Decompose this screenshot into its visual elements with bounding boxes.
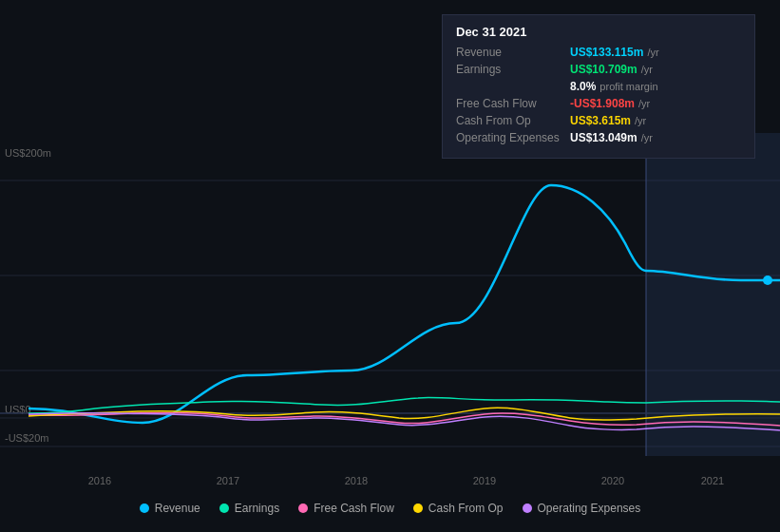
legend-dot-fcf <box>298 504 308 513</box>
tooltip-unit-earnings: /yr <box>641 64 653 75</box>
chart-legend: Revenue Earnings Free Cash Flow Cash Fro… <box>0 502 780 515</box>
tooltip-value-opex: US$13.049m <box>570 131 637 144</box>
chart-svg: 2016 2017 2018 2019 2020 2021 <box>0 133 780 513</box>
tooltip-row-margin: 8.0% profit margin <box>456 80 741 93</box>
tooltip-row-revenue: Revenue US$133.115m /yr <box>456 46 741 59</box>
tooltip-value-fcf: -US$1.908m <box>570 97 635 110</box>
legend-fcf: Free Cash Flow <box>298 502 394 515</box>
legend-label-cfo: Cash From Op <box>428 502 504 515</box>
tooltip-label-cfo: Cash From Op <box>456 114 570 127</box>
tooltip-unit-fcf: /yr <box>638 98 650 109</box>
tooltip-row-opex: Operating Expenses US$13.049m /yr <box>456 131 741 144</box>
legend-dot-cfo <box>413 504 423 513</box>
legend-dot-opex <box>523 504 532 513</box>
tooltip-title: Dec 31 2021 <box>456 25 741 39</box>
legend-cfo: Cash From Op <box>413 502 504 515</box>
legend-opex: Operating Expenses <box>523 502 641 515</box>
tooltip-row-earnings: Earnings US$10.709m /yr <box>456 63 741 76</box>
tooltip-value-earnings: US$10.709m <box>570 63 637 76</box>
tooltip-label-opex: Operating Expenses <box>456 131 570 144</box>
tooltip-label-earnings: Earnings <box>456 63 570 76</box>
legend-label-revenue: Revenue <box>155 502 200 515</box>
svg-rect-6 <box>646 133 780 456</box>
svg-point-9 <box>763 276 772 285</box>
svg-text:2021: 2021 <box>701 475 724 486</box>
tooltip-row-fcf: Free Cash Flow -US$1.908m /yr <box>456 97 741 110</box>
legend-dot-revenue <box>140 504 149 513</box>
tooltip-box: Dec 31 2021 Revenue US$133.115m /yr Earn… <box>442 14 755 159</box>
tooltip-sub-margin: profit margin <box>599 81 657 92</box>
legend-label-earnings: Earnings <box>235 502 279 515</box>
tooltip-unit-cfo: /yr <box>635 115 646 126</box>
svg-text:2019: 2019 <box>473 475 496 486</box>
svg-text:2018: 2018 <box>345 475 368 486</box>
svg-text:2020: 2020 <box>601 475 624 486</box>
legend-label-fcf: Free Cash Flow <box>314 502 394 515</box>
tooltip-row-cfo: Cash From Op US$3.615m /yr <box>456 114 741 127</box>
legend-revenue: Revenue <box>140 502 200 515</box>
tooltip-label-revenue: Revenue <box>456 46 570 59</box>
svg-text:2017: 2017 <box>217 475 239 486</box>
tooltip-unit-opex: /yr <box>641 132 653 143</box>
legend-earnings: Earnings <box>219 502 279 515</box>
chart-container: Dec 31 2021 Revenue US$133.115m /yr Earn… <box>0 0 780 532</box>
tooltip-value-margin: 8.0% <box>570 80 596 93</box>
tooltip-value-revenue: US$133.115m <box>570 46 643 59</box>
svg-text:2016: 2016 <box>88 475 111 486</box>
tooltip-label-fcf: Free Cash Flow <box>456 97 570 110</box>
legend-dot-earnings <box>219 504 229 513</box>
legend-label-opex: Operating Expenses <box>538 502 641 515</box>
tooltip-unit-revenue: /yr <box>647 47 658 58</box>
tooltip-value-cfo: US$3.615m <box>570 114 631 127</box>
